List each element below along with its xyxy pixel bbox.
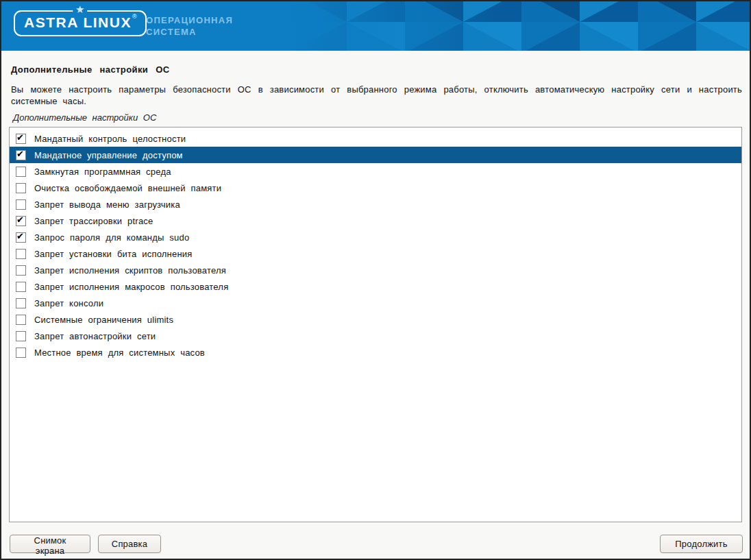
checkbox[interactable] <box>16 315 26 325</box>
logo-text: ASTRA LINUX <box>24 14 132 30</box>
option-label: Местное время для системных часов <box>34 348 205 358</box>
continue-button[interactable]: Продолжить <box>660 535 743 553</box>
option-label: Запрет исполнения скриптов пользователя <box>34 265 226 276</box>
list-item[interactable]: Системные ограничения ulimits <box>10 311 741 328</box>
registered-mark: ® <box>132 13 137 20</box>
installer-window: ★ ASTRA LINUX® ОПЕРАЦИОННАЯ СИСТЕМА Допо… <box>0 0 751 560</box>
checkbox[interactable] <box>16 298 26 308</box>
list-item[interactable]: Запрет вывода меню загрузчика <box>10 196 741 212</box>
header-banner: ★ ASTRA LINUX® ОПЕРАЦИОННАЯ СИСТЕМА <box>1 1 750 51</box>
list-item[interactable]: Запрет трассировки ptrace <box>10 212 741 229</box>
screenshot-button[interactable]: Снимок экрана <box>10 535 90 553</box>
option-label: Очистка освобождаемой внешней памяти <box>34 183 221 193</box>
list-item[interactable]: Запрет консоли <box>10 295 741 311</box>
list-item[interactable]: Мандатное управление доступом <box>10 147 741 163</box>
option-label: Запрет трассировки ptrace <box>34 216 153 226</box>
list-item[interactable]: Местное время для системных часов <box>10 344 741 361</box>
checkbox[interactable] <box>16 167 26 177</box>
brand-line2: СИСТЕМА <box>146 26 233 38</box>
option-label: Мандатное управление доступом <box>34 150 183 160</box>
option-label: Запрет вывода меню загрузчика <box>34 199 180 210</box>
star-icon: ★ <box>73 4 87 14</box>
option-label: Мандатный контроль целостности <box>34 134 186 144</box>
option-label: Запрет автонастройки сети <box>34 331 156 341</box>
option-label: Запрет установки бита исполнения <box>34 249 192 259</box>
astra-linux-logo: ★ ASTRA LINUX® <box>14 10 147 36</box>
option-label: Замкнутая программная среда <box>34 167 171 177</box>
option-label: Запрет консоли <box>34 298 103 308</box>
option-label: Запрос пароля для команды sudo <box>34 232 189 243</box>
list-item[interactable]: Мандатный контроль целостности <box>10 130 741 147</box>
option-label: Запрет исполнения макросов пользователя <box>34 282 228 292</box>
page-title: Дополнительные настройки ОС <box>11 64 742 75</box>
brand-line1: ОПЕРАЦИОННАЯ <box>146 14 233 26</box>
checkbox[interactable] <box>16 348 26 358</box>
checkbox[interactable] <box>16 199 26 210</box>
page-description: Вы можете настроить параметры безопаснос… <box>11 84 742 107</box>
main-content: Дополнительные настройки ОС Вы можете на… <box>1 64 750 522</box>
help-button[interactable]: Справка <box>98 535 161 553</box>
checkbox[interactable] <box>16 282 26 292</box>
list-item[interactable]: Запрет исполнения скриптов пользователя <box>10 262 741 278</box>
list-item[interactable]: Запрос пароля для команды sudo <box>10 229 741 245</box>
list-item[interactable]: Запрет установки бита исполнения <box>10 245 741 262</box>
description-line2: системные часы. <box>11 95 742 107</box>
checkbox[interactable] <box>16 249 26 259</box>
checkbox[interactable] <box>16 232 26 243</box>
brand-caption: ОПЕРАЦИОННАЯ СИСТЕМА <box>146 14 233 38</box>
list-item[interactable]: Замкнутая программная среда <box>10 163 741 180</box>
list-item[interactable]: Запрет автонастройки сети <box>10 328 741 344</box>
checkbox[interactable] <box>16 216 26 226</box>
checkbox[interactable] <box>16 265 26 276</box>
checkbox[interactable] <box>16 150 26 160</box>
checkbox[interactable] <box>16 134 26 144</box>
description-line1: Вы можете настроить параметры безопаснос… <box>11 84 742 95</box>
list-item[interactable]: Запрет исполнения макросов пользователя <box>10 278 741 295</box>
checkbox[interactable] <box>16 331 26 341</box>
options-list[interactable]: Мандатный контроль целостности Мандатное… <box>9 127 742 522</box>
options-list-label: Дополнительные настройки ОС <box>13 112 742 123</box>
checkbox[interactable] <box>16 183 26 193</box>
list-item[interactable]: Очистка освобождаемой внешней памяти <box>10 180 741 196</box>
option-label: Системные ограничения ulimits <box>34 315 173 325</box>
